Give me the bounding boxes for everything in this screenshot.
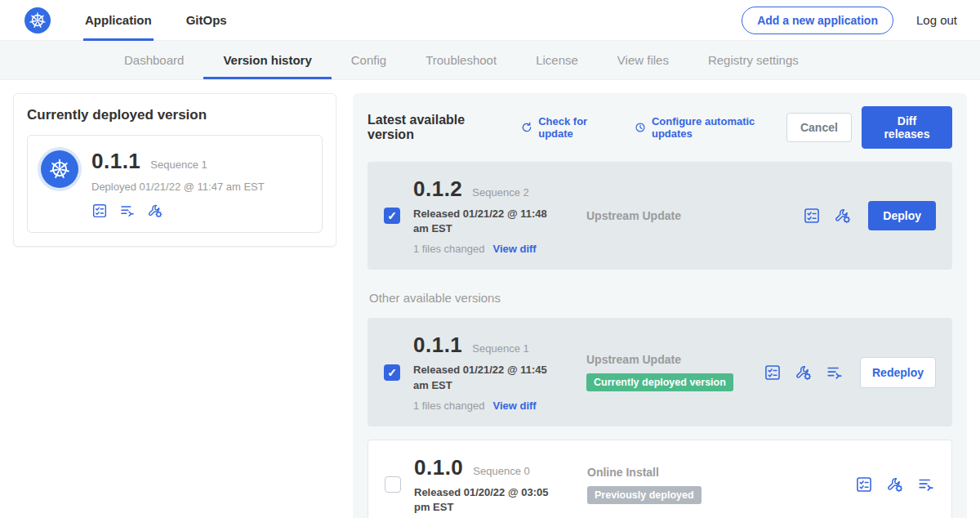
logs-icon[interactable] [826, 364, 844, 382]
source-label: Online Install [587, 466, 855, 479]
kubernetes-logo-icon [24, 7, 51, 33]
version-source: Online Install Previously deployed [587, 466, 855, 504]
deployed-timestamp: Deployed 01/21/22 @ 11:47 am EST [91, 181, 265, 193]
view-diff-link[interactable]: View diff [492, 400, 536, 412]
release-notes-icon[interactable] [855, 476, 873, 493]
released-timestamp: Released 01/21/22 @ 11:45 am EST [413, 363, 562, 392]
version-actions-icons [764, 364, 844, 382]
add-new-application-button[interactable]: Add a new application [742, 7, 893, 34]
tab-license[interactable]: License [516, 41, 598, 79]
configure-automatic-updates-link[interactable]: Configure automatic updates [634, 115, 786, 140]
version-actions-icons [855, 476, 935, 493]
app-sub-nav: Dashboard Version history Config Trouble… [0, 41, 980, 80]
release-notes-icon[interactable] [91, 203, 108, 219]
tab-troubleshoot[interactable]: Troubleshoot [406, 41, 516, 79]
top-nav: Application GitOps Add a new application… [0, 0, 980, 41]
check-for-update-link[interactable]: Check for update [520, 115, 617, 140]
cancel-button[interactable]: Cancel [786, 113, 852, 142]
redeploy-button[interactable]: Redeploy [860, 357, 936, 388]
tab-application[interactable]: Application [85, 0, 152, 41]
version-info: 0.1.0 Sequence 0 Released 01/20/22 @ 03:… [414, 455, 587, 515]
deployed-version-number: 0.1.1 [91, 149, 140, 174]
release-notes-icon[interactable] [803, 207, 821, 225]
version-row-0-1-1: 0.1.1 Sequence 1 Released 01/21/22 @ 11:… [368, 318, 952, 426]
refresh-icon [520, 121, 533, 134]
sequence-label: Sequence 2 [472, 186, 528, 199]
diff-releases-button[interactable]: Diff releases [862, 106, 952, 149]
panel-header: Latest available version Check for updat… [368, 106, 952, 149]
logs-icon[interactable] [119, 203, 136, 219]
version-source: Upstream Update Currently deployed versi… [586, 353, 764, 391]
sequence-label: Sequence 1 [472, 342, 528, 355]
deployed-version-card: 0.1.1 Sequence 1 Deployed 01/21/22 @ 11:… [27, 135, 323, 233]
tab-config[interactable]: Config [332, 41, 406, 79]
version-info: 0.1.1 Sequence 1 Released 01/21/22 @ 11:… [413, 333, 586, 411]
version-number: 0.1.0 [414, 455, 463, 480]
previously-deployed-badge: Previously deployed [587, 486, 702, 504]
version-actions-icons [803, 207, 852, 225]
config-wrench-icon[interactable] [834, 207, 852, 225]
version-number: 0.1.2 [413, 176, 462, 202]
config-wrench-icon[interactable] [795, 364, 813, 382]
released-timestamp: Released 01/21/22 @ 11:48 am EST [413, 207, 562, 236]
sequence-label: Sequence 0 [473, 465, 529, 477]
version-info: 0.1.2 Sequence 2 Released 01/21/22 @ 11:… [413, 176, 586, 255]
currently-deployed-card: Currently deployed version 0.1.1 Sequenc… [13, 93, 336, 247]
main-content: Currently deployed version 0.1.1 Sequenc… [0, 80, 980, 518]
tab-gitops-label: GitOps [186, 13, 227, 27]
deployed-version-details: 0.1.1 Sequence 1 Deployed 01/21/22 @ 11:… [91, 149, 265, 219]
released-timestamp: Released 01/20/22 @ 03:05 pm EST [414, 485, 563, 515]
tab-view-files[interactable]: View files [598, 41, 688, 79]
tab-version-history[interactable]: Version history [203, 41, 331, 79]
source-label: Upstream Update [586, 353, 764, 366]
tab-registry-settings[interactable]: Registry settings [688, 41, 818, 79]
latest-available-title: Latest available version [368, 113, 504, 142]
tab-application-label: Application [85, 13, 152, 27]
config-wrench-icon[interactable] [147, 203, 163, 219]
currently-deployed-badge: Currently deployed version [586, 373, 733, 391]
version-checkbox[interactable] [384, 364, 400, 381]
app-logo-icon [41, 150, 78, 188]
version-checkbox[interactable] [385, 476, 401, 493]
tab-gitops[interactable]: GitOps [186, 0, 227, 41]
files-changed-label: 1 files changed [413, 400, 484, 412]
version-row-0-1-2: 0.1.2 Sequence 2 Released 01/21/22 @ 11:… [368, 162, 952, 270]
deploy-button[interactable]: Deploy [868, 201, 936, 230]
deployed-sequence-label: Sequence 1 [150, 159, 207, 171]
files-changed-label: 1 files changed [413, 243, 484, 255]
view-diff-link[interactable]: View diff [492, 243, 536, 255]
source-label: Upstream Update [586, 209, 803, 222]
available-versions-panel: Latest available version Check for updat… [353, 93, 967, 518]
clock-icon [634, 121, 647, 134]
version-checkbox[interactable] [384, 208, 400, 224]
configure-automatic-updates-label: Configure automatic updates [652, 115, 786, 140]
release-notes-icon[interactable] [764, 364, 782, 382]
other-available-versions-title: Other available versions [369, 291, 952, 305]
logs-icon[interactable] [917, 476, 935, 493]
currently-deployed-title: Currently deployed version [27, 107, 323, 123]
version-row-0-1-0: 0.1.0 Sequence 0 Released 01/20/22 @ 03:… [368, 440, 952, 518]
check-for-update-label: Check for update [538, 115, 617, 140]
config-wrench-icon[interactable] [886, 476, 904, 493]
version-source: Upstream Update [586, 209, 803, 222]
version-number: 0.1.1 [413, 333, 462, 358]
tab-dashboard[interactable]: Dashboard [105, 41, 203, 79]
logout-link[interactable]: Log out [916, 13, 957, 27]
